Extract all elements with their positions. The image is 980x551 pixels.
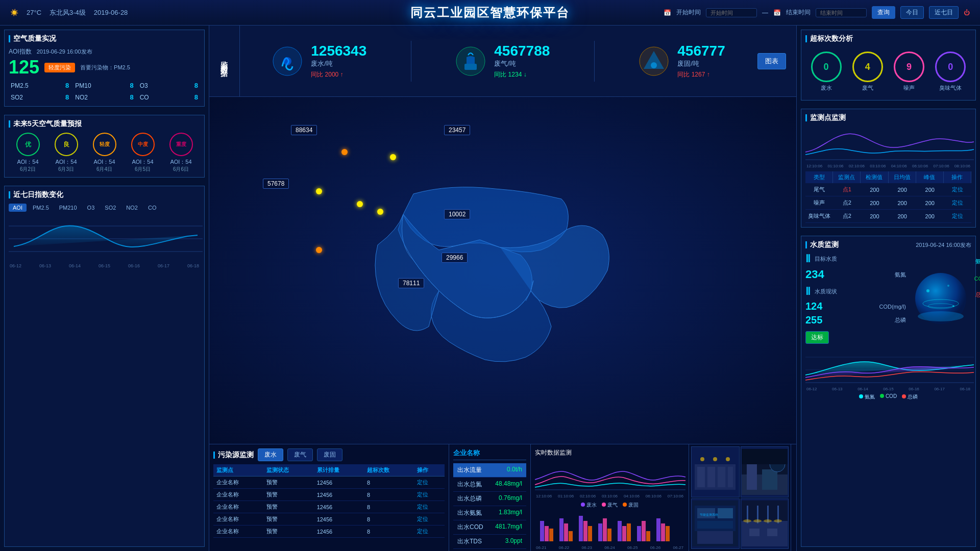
company-item-4[interactable]: 出水氨氮 1.83mg/l xyxy=(453,506,526,520)
svg-rect-23 xyxy=(618,521,622,541)
monitor-points-chart xyxy=(805,127,974,162)
left-panel: 空气质量实况 AOI指数 2019-06-29 16:00发布 125 轻度污染… xyxy=(0,26,209,551)
svg-rect-12 xyxy=(545,526,549,541)
wastegas-icon xyxy=(455,46,486,77)
exceed-wastewater: 0 废水 xyxy=(811,52,842,92)
pollutant-so2: SO2 8 xyxy=(9,92,71,102)
svg-rect-36 xyxy=(718,467,725,487)
tab-aoi[interactable]: AOI xyxy=(9,204,27,212)
tab-co[interactable]: CO xyxy=(144,204,161,212)
wastewater-trend: 同比 2000 ↑ xyxy=(311,70,366,79)
temperature: 27°C xyxy=(27,9,41,16)
svg-rect-14 xyxy=(559,518,564,541)
pollutant-no2: NO2 8 xyxy=(73,92,135,102)
svg-point-72 xyxy=(952,305,954,307)
tab-solidwaste[interactable]: 废固 xyxy=(317,448,342,461)
legend-cod-dot xyxy=(880,394,884,398)
wastegas-unit: 废气/吨 xyxy=(494,59,550,68)
company-item-3[interactable]: 出水总磷 0.76mg/l xyxy=(453,492,526,506)
map-label-3: 57678 xyxy=(263,179,289,189)
calendar-icon2: 📅 xyxy=(773,9,781,16)
pollution-panel: 污染源监测 废水 废气 废固 监测点 监测状态 累计排量 超标次数 操作 xyxy=(209,444,449,551)
svg-point-73 xyxy=(947,285,949,287)
water-info: Ⅱ 目标水质 234 氨氮 Ⅱ 水质现状 124 COD(mg/l) xyxy=(805,253,906,344)
air-quality-section: 空气质量实况 AOI指数 2019-06-29 16:00发布 125 轻度污染… xyxy=(4,30,205,107)
map-svg xyxy=(337,168,669,372)
standard-button[interactable]: 达标 xyxy=(805,331,829,344)
company-item-2[interactable]: 出水总氮 48.48mg/l xyxy=(453,478,526,492)
tab-so2[interactable]: SO2 xyxy=(101,204,120,212)
tab-no2[interactable]: NO2 xyxy=(122,204,142,212)
water-content: Ⅱ 目标水质 234 氨氮 Ⅱ 水质现状 124 COD(mg/l) xyxy=(805,253,971,344)
svg-point-9 xyxy=(651,62,657,68)
forecast-day-5: 重度 AOI：54 6月6日 xyxy=(169,133,193,173)
pollutant-label: 首要污染物：PM2.5 xyxy=(80,64,130,71)
end-time-input[interactable] xyxy=(816,8,867,17)
realtime-panel: 实时数据监测 12:10:06 01:10:06 02:10:06 03:10:… xyxy=(531,444,689,551)
map-dot-4 xyxy=(357,201,363,207)
wastegas-trend: 同比 1234 ↓ xyxy=(494,70,550,79)
svg-rect-51 xyxy=(697,521,733,529)
tab-pm25[interactable]: PM2.5 xyxy=(29,204,53,212)
svg-rect-25 xyxy=(627,523,631,541)
wastegas-num: 4567788 xyxy=(494,43,550,59)
week-button[interactable]: 近七日 xyxy=(929,6,959,19)
monitor-point-table-header: 类型 监测点 检测值 日均值 峰值 操作 xyxy=(805,171,971,183)
start-time-input[interactable] xyxy=(706,8,757,17)
water-title: 水质监测 xyxy=(805,240,839,249)
svg-rect-64 xyxy=(749,529,760,536)
realtime-chart-svg xyxy=(535,459,685,492)
index-tabs: AOI PM2.5 PM210 O3 SO2 NO2 CO xyxy=(9,204,200,212)
svg-rect-16 xyxy=(569,531,573,541)
company-item-5[interactable]: 出水COD 481.7mg/l xyxy=(453,520,526,535)
pollution-table: 监测点 监测状态 累计排量 超标次数 操作 企业名称 预警 12456 8 xyxy=(213,464,445,538)
company-header: 企业名称 xyxy=(453,448,526,460)
wastewater-num: 1256343 xyxy=(311,43,366,59)
monitor-label-box: 监测数据 xyxy=(209,26,240,96)
divider1 xyxy=(411,41,411,82)
map-dot-2 xyxy=(390,154,396,160)
svg-rect-34 xyxy=(697,467,705,487)
today-button[interactable]: 今日 xyxy=(900,6,924,19)
query-button[interactable]: 查询 xyxy=(872,6,895,19)
forecast-day-3: 轻度 AOI：54 6月4日 xyxy=(93,133,116,173)
mp-row-1: 尾气 点1 200 200 200 定位 xyxy=(805,183,971,196)
photo-4 xyxy=(741,498,789,549)
svg-point-62 xyxy=(764,519,772,522)
solidwaste-trend: 同比 1267 ↑ xyxy=(677,70,725,79)
svg-rect-22 xyxy=(607,529,611,541)
svg-rect-15 xyxy=(564,523,568,541)
tab-o3[interactable]: O3 xyxy=(83,204,99,212)
svg-rect-44 xyxy=(762,469,777,490)
tab-pm210[interactable]: PM210 xyxy=(55,204,81,212)
svg-rect-20 xyxy=(598,523,602,541)
map-dot-6 xyxy=(316,247,322,253)
realtime-x-labels: 12:10:06 01:10:06 02:10:06 03:10:06 04:1… xyxy=(535,494,684,498)
water-target-grade: Ⅱ 目标水质 xyxy=(805,253,906,265)
tab-wastewater[interactable]: 废水 xyxy=(258,448,283,461)
monitor-data-bar: 监测数据 1256343 废水/吨 同比 2000 ↑ xyxy=(209,26,796,97)
mp-row-2: 噪声 点2 200 200 200 定位 xyxy=(805,196,971,210)
water-legend: 氨氮 COD 总磷 xyxy=(805,393,971,400)
exceed-title: 超标次数分析 xyxy=(805,34,971,43)
svg-point-40 xyxy=(726,457,730,461)
forecast-day-4: 中度 AOI：54 6月5日 xyxy=(131,133,155,173)
solidwaste-num: 456777 xyxy=(677,43,725,59)
monitor-solidwaste: 456777 废固/吨 同比 1267 ↑ xyxy=(639,43,725,79)
pollution-title: 污染源监测 xyxy=(213,450,254,460)
svg-rect-27 xyxy=(642,521,646,541)
water-date: 2019-06-24 16:00发布 xyxy=(916,241,971,249)
table-row: 企业名称 预警 12456 8 定位 xyxy=(213,477,445,489)
svg-rect-28 xyxy=(646,531,650,541)
date-info: 2019-06-28 xyxy=(94,9,128,16)
map-label-1: 88634 xyxy=(291,125,317,135)
company-item-6[interactable]: 出水TDS 3.0ppt xyxy=(453,535,526,549)
map-dot-1 xyxy=(341,149,348,155)
tab-wastegas[interactable]: 废气 xyxy=(287,448,313,461)
table-row: 企业名称 预警 12456 8 定位 xyxy=(213,501,445,513)
chart-toggle-button[interactable]: 图表 xyxy=(757,53,786,69)
header: ☀️ 27°C 东北风3-4级 2019-06-28 同云工业园区智慧环保平台 … xyxy=(0,0,980,26)
company-item-1[interactable]: 出水流量 0.0t/h xyxy=(453,463,526,478)
svg-rect-31 xyxy=(666,526,670,541)
water-chart-svg xyxy=(805,347,974,385)
